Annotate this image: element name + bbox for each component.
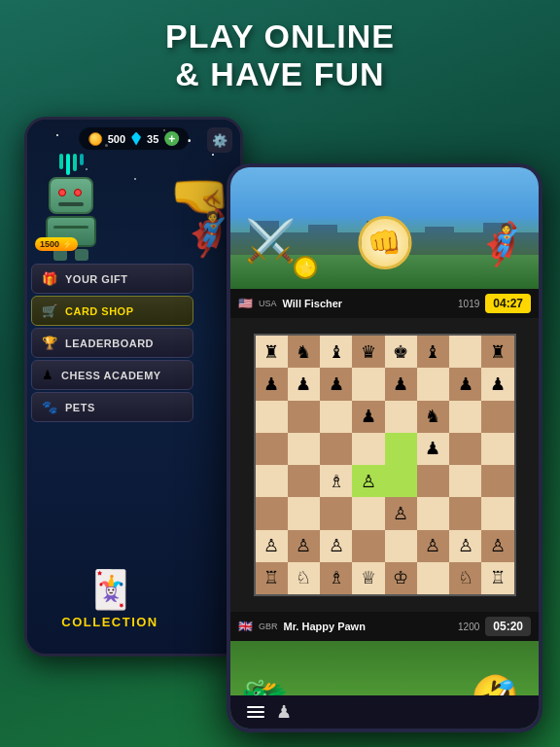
chess-cell[interactable]: ♟ <box>320 368 352 400</box>
sidebar-item-chess-academy[interactable]: ♟ CHESS ACADEMY <box>31 360 193 390</box>
player1-name: Will Fischer <box>283 298 453 309</box>
chess-cell[interactable] <box>417 368 449 400</box>
header-line2: & HAVE FUN <box>19 55 541 93</box>
header-line1: PLAY ONLINE <box>19 18 541 55</box>
sidebar-item-pets[interactable]: 🐾 PETS <box>31 392 193 422</box>
chess-cell[interactable]: ♙ <box>320 530 352 562</box>
chess-cell[interactable]: ♙ <box>352 465 384 497</box>
chess-cell[interactable]: ♝ <box>417 336 449 368</box>
chess-cell[interactable]: ♘ <box>288 562 320 594</box>
chess-cell[interactable]: ♙ <box>256 530 288 562</box>
chess-cell[interactable] <box>352 368 384 400</box>
back-tablet: 500 35 + ⚙️ <box>24 117 243 657</box>
game-char-warrior: ⚔️ <box>245 217 296 265</box>
chess-cell[interactable] <box>385 465 417 497</box>
chess-board[interactable]: ♜♞♝♛♚♝♜♟♟♟♟♟♟♟♞♟♗♙♙♙♙♙♙♙♙♖♘♗♕♔♘♖ <box>254 334 516 596</box>
gift-icon: 🎁 <box>42 271 57 286</box>
currency-bar: 500 35 + <box>79 127 190 150</box>
chess-cell[interactable]: ♙ <box>385 497 417 529</box>
player1-timer: 04:27 <box>485 294 531 313</box>
chess-cell[interactable]: ♕ <box>352 562 384 594</box>
chess-cell[interactable] <box>288 401 320 433</box>
chess-cell[interactable] <box>256 401 288 433</box>
chess-cell[interactable] <box>256 433 288 465</box>
player2-bar: 🇬🇧 GBR Mr. Happy Pawn 1200 05:20 <box>230 612 539 641</box>
chess-cell[interactable]: ♟ <box>352 401 384 433</box>
chess-cell[interactable] <box>288 433 320 465</box>
player-score-badge: 1500 ⚡ <box>35 237 78 251</box>
chess-cell[interactable]: ♗ <box>320 562 352 594</box>
player1-flag: 🇺🇸 <box>238 297 253 310</box>
robot-character: 1500 ⚡ <box>35 154 108 251</box>
chess-cell[interactable]: ♞ <box>417 401 449 433</box>
chess-cell[interactable]: ♟ <box>256 368 288 400</box>
settings-button[interactable]: ⚙️ <box>207 127 232 153</box>
chess-cell[interactable]: ♖ <box>256 562 288 594</box>
pets-icon: 🐾 <box>42 400 57 414</box>
chess-cell[interactable] <box>320 433 352 465</box>
chess-cell[interactable] <box>352 530 384 562</box>
gear-icon: ⚙️ <box>212 133 228 148</box>
player2-country: GBR <box>259 622 278 631</box>
game-char-hero: 🦸 <box>476 220 527 267</box>
chess-cell[interactable] <box>449 336 481 368</box>
chess-cell[interactable] <box>256 497 288 529</box>
chess-cell[interactable] <box>481 497 513 529</box>
player1-bar: 🇺🇸 USA Will Fischer 1019 04:27 <box>230 289 539 318</box>
chess-cell[interactable] <box>256 465 288 497</box>
collection-section[interactable]: 🃏 COLLECTION <box>47 568 173 629</box>
sidebar-item-leaderboard[interactable]: 🏆 LEADERBOARD <box>31 328 193 358</box>
chess-cell[interactable]: ♛ <box>352 336 384 368</box>
sidebar-item-chess-academy-label: CHESS ACADEMY <box>61 370 161 381</box>
chess-cell[interactable] <box>385 433 417 465</box>
sidebar-item-card-shop[interactable]: 🛒 CARD SHOP <box>31 296 193 326</box>
front-tablet-screen: ⚔️ 👊 🦸 ⭐ 🇺🇸 USA Will Fischer 1019 04:27 … <box>230 167 539 729</box>
chess-cell[interactable]: ♟ <box>417 433 449 465</box>
chess-cell[interactable]: ♟ <box>385 368 417 400</box>
chess-cell[interactable] <box>449 401 481 433</box>
chess-cell[interactable] <box>481 433 513 465</box>
chess-cell[interactable]: ♚ <box>385 336 417 368</box>
chess-cell[interactable]: ♜ <box>481 336 513 368</box>
chess-cell[interactable] <box>481 465 513 497</box>
chess-cell[interactable] <box>417 465 449 497</box>
front-tablet: ⚔️ 👊 🦸 ⭐ 🇺🇸 USA Will Fischer 1019 04:27 … <box>227 163 542 732</box>
chess-cell[interactable]: ♙ <box>417 530 449 562</box>
chess-cell[interactable] <box>320 497 352 529</box>
chess-cell[interactable]: ♟ <box>449 368 481 400</box>
chess-cell[interactable]: ♔ <box>385 562 417 594</box>
chess-board-container: ♜♞♝♛♚♝♜♟♟♟♟♟♟♟♞♟♗♙♙♙♙♙♙♙♙♖♘♗♕♔♘♖ <box>230 318 539 612</box>
chess-cell[interactable] <box>449 433 481 465</box>
chess-cell[interactable] <box>417 497 449 529</box>
chess-cell[interactable]: ♙ <box>288 530 320 562</box>
add-currency-button[interactable]: + <box>164 131 179 146</box>
chess-cell[interactable] <box>417 562 449 594</box>
chess-cell[interactable]: ♗ <box>320 465 352 497</box>
chess-cell[interactable] <box>352 497 384 529</box>
chess-cell[interactable]: ♖ <box>481 562 513 594</box>
chess-cell[interactable]: ♙ <box>449 530 481 562</box>
chess-cell[interactable] <box>449 465 481 497</box>
chess-cell[interactable] <box>288 465 320 497</box>
chess-cell[interactable]: ♙ <box>481 530 513 562</box>
sidebar-item-your-gift[interactable]: 🎁 YOUR GIFT <box>31 264 193 294</box>
chess-cell[interactable] <box>449 497 481 529</box>
chess-cell[interactable]: ♞ <box>288 336 320 368</box>
chess-cell[interactable] <box>320 401 352 433</box>
chess-cell[interactable] <box>385 401 417 433</box>
chess-cell[interactable]: ♟ <box>288 368 320 400</box>
player1-rating: 1019 <box>458 299 479 309</box>
player1-country: USA <box>259 299 277 308</box>
chess-cell[interactable] <box>481 401 513 433</box>
chess-cell[interactable]: ♝ <box>320 336 352 368</box>
chess-cell[interactable]: ♘ <box>449 562 481 594</box>
sidebar-item-pets-label: PETS <box>65 402 95 413</box>
chess-cell[interactable] <box>352 433 384 465</box>
chess-cell[interactable]: ♟ <box>481 368 513 400</box>
player-avatar-bubble: ⭐ <box>294 256 317 279</box>
chess-cell[interactable] <box>385 530 417 562</box>
chess-cell[interactable]: ♜ <box>256 336 288 368</box>
chess-cell[interactable] <box>288 497 320 529</box>
hamburger-menu-button[interactable] <box>245 704 266 720</box>
back-tablet-screen: 500 35 + ⚙️ <box>27 120 240 654</box>
